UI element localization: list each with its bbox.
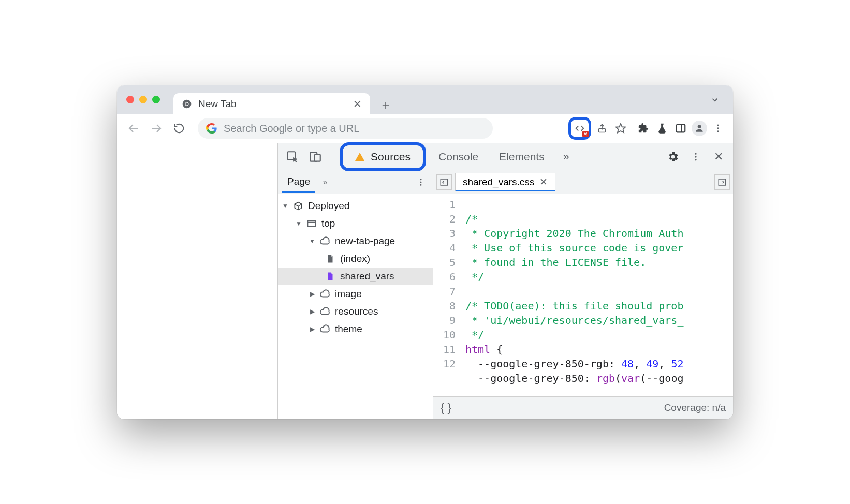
labs-icon[interactable]: [654, 121, 670, 136]
omnibox[interactable]: [198, 118, 493, 139]
cloud-icon: [319, 235, 331, 247]
profile-avatar-icon[interactable]: [692, 121, 707, 136]
code-editor[interactable]: 123456789101112 /* * Copyright 2020 The …: [433, 194, 733, 396]
forward-button[interactable]: [147, 119, 166, 138]
settings-gear-icon[interactable]: [664, 147, 682, 166]
sources-tab-highlight: Sources: [340, 142, 426, 171]
svg-point-9: [698, 125, 701, 128]
tab-label: Sources: [371, 151, 411, 163]
cloud-icon: [319, 306, 331, 317]
file-icon: [325, 253, 336, 264]
editor-sidebar-toggle-icon[interactable]: [714, 174, 730, 190]
close-window-button[interactable]: [126, 96, 134, 103]
toolbar: ✕: [117, 114, 733, 143]
tab-console[interactable]: Console: [430, 146, 487, 167]
navigator-tab-page[interactable]: Page: [282, 172, 315, 193]
svg-point-19: [420, 179, 422, 180]
separator: [332, 149, 332, 165]
close-tab-button[interactable]: ✕: [353, 98, 362, 110]
devtools-panel: Sources Console Elements » ✕: [277, 143, 733, 419]
file-tree: ▼ Deployed ▼ top ▼ new-tab-page: [278, 194, 433, 419]
close-devtools-button[interactable]: ✕: [709, 147, 728, 166]
svg-point-12: [717, 130, 719, 132]
tab-strip: New Tab ✕ ＋: [173, 85, 395, 114]
tree-node-new-tab-page[interactable]: ▼ new-tab-page: [278, 232, 433, 250]
sources-navigator: Page » ▼ Deployed: [278, 171, 433, 419]
share-icon[interactable]: [594, 121, 610, 136]
expand-arrow-icon: ▼: [296, 220, 302, 227]
tree-label: image: [335, 288, 362, 300]
editor-tab-shared-vars[interactable]: shared_vars.css ✕: [455, 173, 555, 191]
browser-window: New Tab ✕ ＋ ✕: [117, 85, 733, 419]
tree-label: theme: [335, 323, 362, 335]
tree-label: shared_vars: [340, 271, 394, 282]
svg-point-16: [695, 153, 696, 155]
tree-label: resources: [335, 306, 378, 317]
svg-point-11: [717, 127, 719, 129]
bookmark-star-icon[interactable]: [613, 121, 628, 136]
maximize-window-button[interactable]: [152, 96, 160, 103]
extensions-icon[interactable]: [636, 121, 651, 136]
tree-node-index[interactable]: ▶ (index): [278, 250, 433, 268]
tree-node-shared-vars[interactable]: ▶ shared_vars: [278, 268, 433, 285]
warning-icon: [355, 153, 364, 161]
editor-statusbar: { } Coverage: n/a: [433, 396, 733, 419]
collapse-arrow-icon: ▶: [309, 325, 315, 333]
expand-arrow-icon: ▼: [309, 238, 315, 245]
chrome-icon: [182, 99, 192, 109]
editor-tabbar: shared_vars.css ✕: [433, 171, 733, 194]
back-button[interactable]: [124, 119, 143, 138]
toolbar-actions: ✕: [568, 117, 726, 140]
tree-node-top[interactable]: ▼ top: [278, 215, 433, 232]
svg-point-21: [420, 184, 422, 186]
cloud-icon: [319, 323, 331, 335]
navigator-tabbar: Page »: [278, 171, 433, 194]
devtools-error-indicator-icon[interactable]: ✕: [572, 121, 588, 136]
google-icon: [206, 123, 217, 134]
editor-nav-toggle-icon[interactable]: [436, 174, 452, 190]
tree-node-theme[interactable]: ▶ theme: [278, 320, 433, 338]
svg-rect-25: [719, 179, 726, 185]
tree-label: Deployed: [308, 200, 349, 212]
tab-search-button[interactable]: [706, 91, 724, 109]
tree-label: new-tab-page: [335, 235, 395, 247]
more-tabs-button[interactable]: »: [557, 147, 576, 166]
minimize-window-button[interactable]: [139, 96, 147, 103]
new-tab-button[interactable]: ＋: [376, 96, 395, 114]
collapse-arrow-icon: ▶: [309, 308, 315, 315]
titlebar: New Tab ✕ ＋: [117, 85, 733, 114]
svg-point-10: [717, 125, 719, 126]
close-editor-tab-button[interactable]: ✕: [539, 176, 548, 188]
devtools-indicator-highlight: ✕: [568, 117, 591, 140]
device-toolbar-icon[interactable]: [306, 147, 325, 166]
tab-title: New Tab: [198, 98, 237, 110]
inspect-element-icon[interactable]: [283, 147, 302, 166]
side-panel-icon[interactable]: [673, 121, 688, 136]
navigator-menu-button[interactable]: [413, 174, 429, 190]
window-controls: [126, 96, 160, 103]
deployed-cube-icon: [292, 200, 304, 212]
tab-sources[interactable]: Sources: [347, 146, 419, 167]
content-area: Sources Console Elements » ✕: [117, 143, 733, 419]
devtools-body: Page » ▼ Deployed: [278, 171, 733, 419]
svg-rect-22: [308, 220, 316, 227]
cloud-icon: [319, 288, 331, 300]
page-viewport: [117, 143, 277, 419]
chrome-menu-button[interactable]: [710, 121, 726, 136]
browser-tab[interactable]: New Tab ✕: [173, 93, 370, 115]
navigator-more-tabs[interactable]: »: [319, 174, 330, 190]
devtools-menu-button[interactable]: [686, 147, 705, 166]
tab-elements[interactable]: Elements: [491, 146, 553, 167]
tree-node-resources[interactable]: ▶ resources: [278, 303, 433, 320]
coverage-status: Coverage: n/a: [664, 402, 726, 413]
pretty-print-icon[interactable]: { }: [441, 401, 451, 414]
svg-point-20: [420, 182, 422, 183]
tree-node-deployed[interactable]: ▼ Deployed: [278, 197, 433, 215]
tree-label: top: [321, 218, 335, 229]
svg-point-2: [186, 102, 188, 105]
svg-point-18: [695, 159, 696, 160]
tree-node-image[interactable]: ▶ image: [278, 285, 433, 303]
collapse-arrow-icon: ▶: [309, 290, 315, 298]
omnibox-input[interactable]: [224, 123, 485, 135]
reload-button[interactable]: [170, 119, 188, 138]
